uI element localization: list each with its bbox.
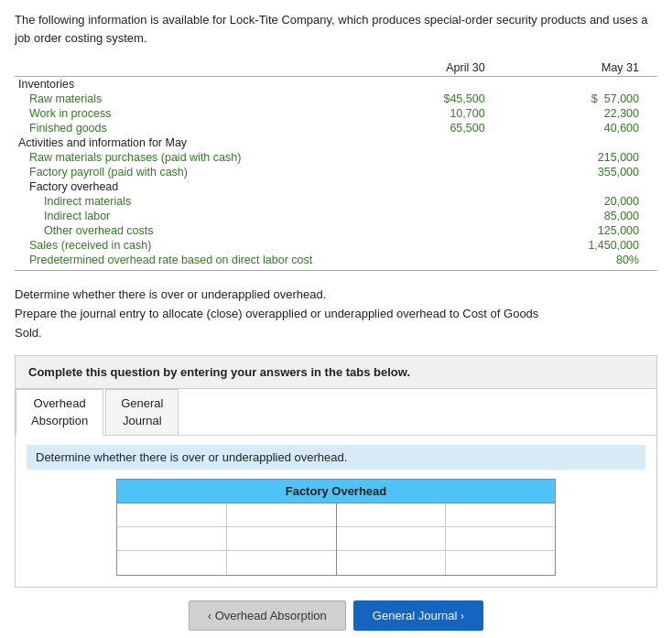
tab-general-label2: Journal	[121, 413, 163, 429]
foh-left-col	[117, 503, 336, 575]
foh-cell-2a[interactable]	[117, 527, 227, 550]
foh-cell-3a[interactable]	[117, 551, 227, 575]
foh-cell-3b[interactable]	[227, 551, 336, 575]
prev-button-label: Overhead Absorption	[215, 609, 327, 622]
foh-cell-1c[interactable]	[337, 503, 447, 526]
factory-overhead-grid: Factory Overhead	[116, 479, 556, 576]
indirect-materials-val: 20,000	[513, 194, 657, 209]
finished-goods-label: Finished goods	[15, 121, 368, 135]
foh-cell-1d[interactable]	[446, 503, 555, 526]
wip-apr: 10,700	[368, 106, 513, 121]
foh-row-2-left	[117, 527, 336, 551]
factory-payroll-val: 355,000	[513, 165, 657, 179]
question-box-text: Complete this question by entering your …	[28, 365, 410, 379]
rm-purchases-val: 215,000	[513, 150, 657, 165]
raw-materials-label: Raw materials	[15, 92, 368, 106]
tab-general-label1: General	[121, 395, 163, 412]
tab-overhead-absorption[interactable]: Overhead Absorption	[16, 389, 103, 435]
sales-val: 1,450,000	[513, 238, 657, 253]
poh-rate-val: 80%	[513, 253, 657, 271]
tab-overhead-label1: Overhead	[31, 395, 88, 412]
instructions-block: Determine whether there is over or under…	[15, 286, 657, 342]
factory-overhead-label: Factory overhead	[15, 179, 368, 194]
tab-overhead-label2: Absorption	[31, 413, 88, 429]
wip-label: Work in process	[15, 106, 368, 121]
foh-row-3-right	[337, 551, 556, 575]
prev-button[interactable]: ‹ Overhead Absorption	[189, 600, 346, 631]
instruction-line3: Sold.	[15, 324, 657, 343]
intro-text: The following information is available f…	[15, 11, 657, 47]
col1-header: April 30	[368, 59, 513, 77]
foh-right-col	[337, 503, 556, 575]
question-box: Complete this question by entering your …	[15, 355, 657, 389]
wip-may: 22,300	[513, 106, 657, 121]
foh-cell-3d[interactable]	[446, 551, 555, 575]
finished-goods-apr: 65,500	[368, 121, 513, 135]
foh-cell-1a[interactable]	[117, 503, 227, 526]
raw-materials-apr: $45,500	[368, 92, 513, 106]
foh-cell-2d[interactable]	[446, 527, 555, 550]
factory-payroll-label: Factory payroll (paid with cash)	[15, 165, 368, 179]
data-table: April 30 May 31 Inventories Raw material…	[15, 59, 657, 271]
next-button[interactable]: General Journal ›	[353, 600, 483, 631]
prev-chevron-icon: ‹	[208, 610, 211, 622]
inventories-label: Inventories	[15, 77, 368, 92]
next-chevron-icon: ›	[461, 610, 464, 622]
indirect-materials-label: Indirect materials	[15, 194, 368, 209]
foh-row-1-left	[117, 503, 336, 527]
tabs-row: Overhead Absorption General Journal	[16, 389, 656, 435]
foh-cell-2b[interactable]	[227, 527, 336, 550]
finished-goods-may: 40,600	[513, 121, 657, 135]
nav-buttons: ‹ Overhead Absorption General Journal ›	[15, 588, 657, 636]
foh-cell-3c[interactable]	[337, 551, 447, 575]
tab-content-overhead: Determine whether there is over or under…	[16, 436, 656, 587]
activities-label: Activities and information for May	[15, 135, 368, 150]
foh-cell-2c[interactable]	[337, 527, 447, 550]
foh-row-3-left	[117, 551, 336, 575]
indirect-labor-label: Indirect labor	[15, 209, 368, 223]
next-button-label: General Journal	[373, 609, 458, 622]
tab-general-journal[interactable]: General Journal	[105, 389, 179, 434]
factory-overhead-header: Factory Overhead	[117, 480, 555, 503]
foh-row-2-right	[337, 527, 556, 551]
other-overhead-val: 125,000	[513, 223, 657, 238]
poh-rate-label: Predetermined overhead rate based on dir…	[15, 253, 368, 271]
instruction-line1: Determine whether there is over or under…	[15, 286, 657, 305]
indirect-labor-val: 85,000	[513, 209, 657, 223]
foh-cell-1b[interactable]	[227, 503, 336, 526]
foh-grid-body	[117, 503, 555, 575]
raw-materials-may: $ 57,000	[513, 92, 657, 106]
tab-description: Determine whether there is over or under…	[27, 445, 645, 470]
instruction-line2: Prepare the journal entry to allocate (c…	[15, 305, 657, 324]
sales-label: Sales (received in cash)	[15, 238, 368, 253]
foh-row-1-right	[337, 503, 556, 527]
rm-purchases-label: Raw materials purchases (paid with cash)	[15, 150, 368, 165]
tabs-container: Overhead Absorption General Journal Dete…	[15, 389, 657, 587]
col2-header: May 31	[513, 59, 657, 77]
other-overhead-label: Other overhead costs	[15, 223, 368, 238]
